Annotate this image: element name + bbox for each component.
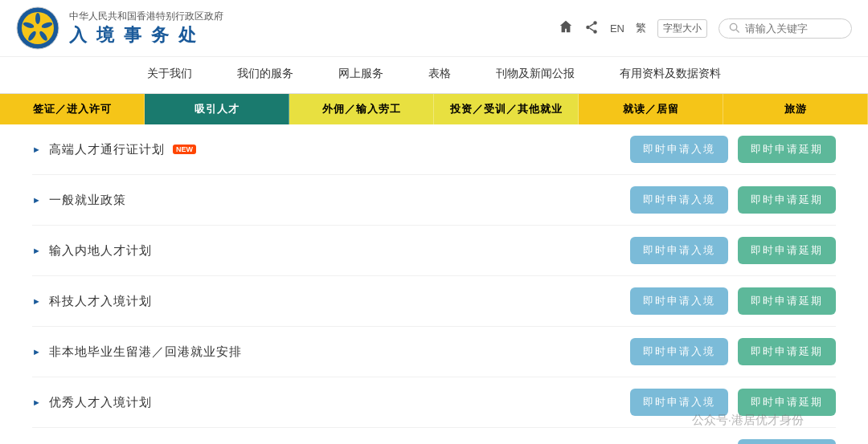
row-title[interactable]: 一般就业政策	[49, 193, 126, 208]
main-nav-item[interactable]: 我们的服务	[215, 57, 316, 93]
row-left: ►一般就业政策	[32, 193, 630, 208]
row-title[interactable]: 输入内地人才计划	[49, 243, 152, 259]
gov-name: 中华人民共和国香港特别行政区政府	[69, 10, 223, 23]
row-buttons: 即时申请入境即时申请延期	[630, 136, 836, 163]
header-right: EN 繁 字型大小	[559, 18, 852, 39]
content-row: ►输入中国籍香港永久性居民第二代计划即时申请入境	[32, 428, 836, 444]
svg-point-2	[35, 13, 40, 24]
btn-apply-entry[interactable]: 即时申请入境	[630, 237, 728, 264]
arrow-icon: ►	[32, 195, 41, 205]
new-badge: NEW	[173, 145, 196, 154]
svg-line-14	[736, 30, 739, 33]
svg-line-11	[590, 28, 594, 31]
search-box[interactable]	[719, 18, 852, 39]
main-nav-item[interactable]: 刊物及新闻公报	[473, 57, 597, 93]
row-title[interactable]: 非本地毕业生留港／回港就业安排	[49, 344, 242, 360]
logo	[16, 6, 59, 50]
btn-apply-extension[interactable]: 即时申请延期	[738, 338, 836, 365]
search-input[interactable]	[745, 22, 841, 35]
sub-nav-item[interactable]: 吸引人才	[145, 94, 289, 124]
header-left: 中华人民共和国香港特别行政区政府 入 境 事 务 处	[16, 6, 223, 50]
btn-apply-extension[interactable]: 即时申请延期	[738, 136, 836, 163]
sub-nav-item[interactable]: 投资／受训／其他就业	[434, 94, 579, 124]
svg-point-9	[586, 25, 590, 29]
row-left: ►输入内地人才计划	[32, 243, 630, 259]
row-left: ►科技人才入境计划	[32, 294, 630, 309]
content-area: ►高端人才通行证计划NEW即时申请入境即时申请延期►一般就业政策即时申请入境即时…	[0, 124, 868, 444]
header: 中华人民共和国香港特别行政区政府 入 境 事 务 处 EN 繁 字型大小	[0, 0, 868, 57]
row-title[interactable]: 高端人才通行证计划	[49, 142, 165, 157]
row-buttons: 即时申请入境即时申请延期	[630, 389, 836, 416]
btn-apply-extension[interactable]: 即时申请延期	[738, 287, 836, 315]
btn-apply-entry[interactable]: 即时申请入境	[630, 338, 728, 365]
svg-point-7	[34, 24, 42, 32]
content-row: ►输入内地人才计划即时申请入境即时申请延期	[32, 226, 836, 276]
btn-apply-entry[interactable]: 即时申请入境	[630, 186, 728, 214]
content-row: ►科技人才入境计划即时申请入境即时申请延期	[32, 276, 836, 327]
home-icon[interactable]	[559, 19, 573, 38]
btn-apply-entry[interactable]: 即时申请入境	[738, 439, 836, 444]
row-left: ►优秀人才入境计划	[32, 395, 630, 410]
svg-point-13	[730, 23, 736, 30]
dept-name: 入 境 事 务 处	[69, 23, 223, 47]
main-nav: 关于我们我们的服务网上服务表格刊物及新闻公报有用资料及数据资料	[0, 57, 868, 94]
sub-nav-item[interactable]: 就读／居留	[579, 94, 723, 124]
sub-nav-item[interactable]: 签证／进入许可	[0, 94, 145, 124]
row-buttons: 即时申请入境即时申请延期	[630, 338, 836, 365]
btn-apply-extension[interactable]: 即时申请延期	[738, 389, 836, 416]
row-buttons: 即时申请入境即时申请延期	[630, 186, 836, 214]
lang-trad[interactable]: 繁	[636, 21, 646, 35]
arrow-icon: ►	[32, 145, 41, 154]
row-buttons: 即时申请入境即时申请延期	[630, 287, 836, 315]
svg-line-12	[590, 23, 594, 26]
btn-apply-extension[interactable]: 即时申请延期	[738, 186, 836, 214]
main-nav-item[interactable]: 网上服务	[316, 57, 406, 93]
search-icon	[729, 22, 740, 34]
arrow-icon: ►	[32, 397, 41, 407]
main-nav-item[interactable]: 有用资料及数据资料	[597, 57, 743, 93]
row-left: ►高端人才通行证计划NEW	[32, 142, 630, 157]
btn-apply-entry[interactable]: 即时申请入境	[630, 287, 728, 315]
row-left: ►非本地毕业生留港／回港就业安排	[32, 344, 630, 360]
logo-icon	[16, 6, 59, 50]
sub-nav-item[interactable]: 外佣／输入劳工	[289, 94, 434, 124]
main-nav-item[interactable]: 表格	[406, 57, 473, 93]
content-row: ►高端人才通行证计划NEW即时申请入境即时申请延期	[32, 124, 836, 175]
content-row: ►非本地毕业生留港／回港就业安排即时申请入境即时申请延期	[32, 327, 836, 377]
content-row: ►优秀人才入境计划即时申请入境即时申请延期	[32, 377, 836, 428]
header-titles: 中华人民共和国香港特别行政区政府 入 境 事 务 处	[69, 10, 223, 47]
row-title[interactable]: 科技人才入境计划	[49, 294, 152, 309]
share-icon[interactable]	[584, 20, 599, 37]
btn-apply-entry[interactable]: 即时申请入境	[630, 136, 728, 163]
sub-nav: 签证／进入许可吸引人才外佣／输入劳工投资／受训／其他就业就读／居留旅游	[0, 94, 868, 124]
font-size-btn[interactable]: 字型大小	[657, 19, 707, 38]
arrow-icon: ►	[32, 296, 41, 306]
arrow-icon: ►	[32, 246, 41, 255]
row-buttons: 即时申请入境	[738, 439, 836, 444]
arrow-icon: ►	[32, 347, 41, 356]
lang-en[interactable]: EN	[610, 22, 624, 35]
row-title[interactable]: 优秀人才入境计划	[49, 395, 152, 410]
row-buttons: 即时申请入境即时申请延期	[630, 237, 836, 264]
content-row: ►一般就业政策即时申请入境即时申请延期	[32, 175, 836, 226]
btn-apply-entry[interactable]: 即时申请入境	[630, 389, 728, 416]
sub-nav-item[interactable]: 旅游	[723, 94, 868, 124]
btn-apply-extension[interactable]: 即时申请延期	[738, 237, 836, 264]
main-nav-item[interactable]: 关于我们	[125, 57, 215, 93]
